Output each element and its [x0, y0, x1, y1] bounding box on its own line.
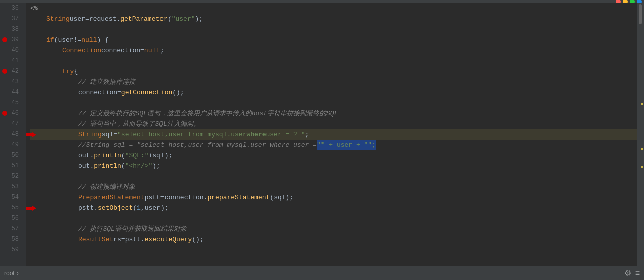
- code-line-36: <%: [30, 3, 637, 14]
- code-line-56: [30, 213, 637, 224]
- scroll-marker-3: [641, 166, 643, 168]
- line-num-50: 50: [0, 150, 22, 161]
- code-line-38: [30, 24, 637, 35]
- line-num-42: 42: [0, 66, 22, 77]
- line-num-39: 39: [0, 35, 22, 45]
- code-line-50: out . println ( "SQL:" + sql );: [30, 150, 637, 161]
- line-num-53: 53: [0, 182, 22, 192]
- line-num-58: 58: [0, 234, 22, 245]
- breadcrumb-root: root: [4, 270, 15, 277]
- code-line-45: [30, 98, 637, 108]
- line-num-59: 59: [0, 245, 22, 255]
- scroll-marker-1: [641, 103, 643, 105]
- line-num-43: 43: [0, 77, 22, 87]
- line-num-40: 40: [0, 45, 22, 56]
- line-num-54: 54: [0, 192, 22, 203]
- code-line-42: try {: [30, 66, 637, 77]
- code-line-44: connection = getConnection ();: [30, 87, 637, 98]
- scroll-marker-2: [641, 148, 643, 150]
- code-line-54: PreparedStatement pstt = connection . pr…: [30, 192, 637, 203]
- editor-container: 36 37 38 39 40 41 42 43 44 45 46 47 48 4…: [0, 0, 644, 280]
- code-line-59: [30, 245, 637, 255]
- code-line-51: out . println ( "<hr/>" );: [30, 161, 637, 171]
- line-num-52: 52: [0, 171, 22, 182]
- line-num-47: 47: [0, 119, 22, 129]
- line-num-45: 45: [0, 98, 22, 108]
- line-num-41: 41: [0, 56, 22, 66]
- code-line-52: [30, 171, 637, 182]
- code-line-49: //String sql = "select host,user from my…: [30, 140, 637, 150]
- line-num-49: 49: [0, 140, 22, 150]
- code-content[interactable]: <% String user = request . getParameter …: [26, 3, 637, 266]
- scrollbar[interactable]: [637, 3, 644, 266]
- code-line-47: // 语句当中，从而导致了SQL注入漏洞。: [30, 119, 637, 129]
- code-line-37: String user = request . getParameter ( "…: [30, 14, 637, 24]
- extra-icon[interactable]: ≡: [635, 269, 640, 278]
- red-arrow-55: [26, 204, 36, 212]
- code-line-55: pstt . setObject ( 1 , user );: [30, 203, 637, 213]
- code-line-40: Connection connection = null ;: [30, 45, 637, 56]
- line-num-57: 57: [0, 224, 22, 234]
- line-numbers: 36 37 38 39 40 41 42 43 44 45 46 47 48 4…: [0, 3, 26, 266]
- breadcrumb: root ›: [4, 270, 19, 277]
- bottom-bar: root › ⚙ ≡: [0, 266, 644, 280]
- svg-marker-1: [26, 206, 36, 211]
- svg-marker-0: [26, 132, 36, 137]
- line-num-44: 44: [0, 87, 22, 98]
- line-num-55: 55: [0, 203, 22, 213]
- scrollbar-thumb[interactable]: [639, 4, 642, 24]
- code-line-48: String sql = "select host,user from mysq…: [30, 129, 637, 140]
- line-num-46: 46: [0, 108, 22, 119]
- code-line-43: // 建立数据库连接: [30, 77, 637, 87]
- line-num-56: 56: [0, 213, 22, 224]
- code-line-58: ResultSet rs = pstt . executeQuery ();: [30, 234, 637, 245]
- code-line-53: // 创建预编译对象: [30, 182, 637, 192]
- line-num-38: 38: [0, 24, 22, 35]
- code-line-57: // 执行SQL语句并获取返回结果对象: [30, 224, 637, 234]
- red-arrow-48: [26, 131, 36, 139]
- line-num-51: 51: [0, 161, 22, 171]
- line-num-48: 48: [0, 129, 22, 140]
- code-line-39: if ( user != null ) {: [30, 35, 637, 45]
- line-num-36: 36: [0, 3, 22, 14]
- breadcrumb-separator: ›: [17, 270, 19, 277]
- code-line-46: // 定义最终执行的SQL语句，这里会将用户从请求中传入的host字符串拼接到最…: [30, 108, 637, 119]
- code-area: 36 37 38 39 40 41 42 43 44 45 46 47 48 4…: [0, 3, 644, 266]
- code-line-41: [30, 56, 637, 66]
- settings-icon[interactable]: ⚙: [624, 268, 631, 278]
- line-num-37: 37: [0, 14, 22, 24]
- bottom-actions: ⚙ ≡: [624, 268, 640, 278]
